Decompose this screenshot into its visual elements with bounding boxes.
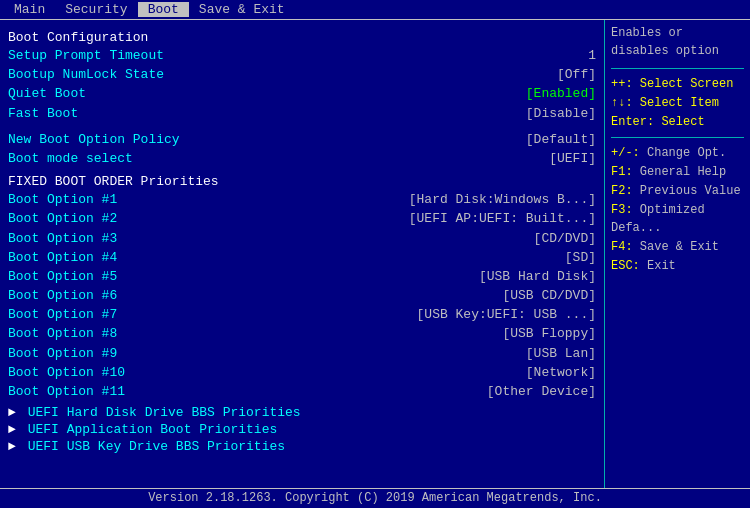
label-numlock: Bootup NumLock State	[8, 66, 228, 84]
label-new-boot-policy: New Boot Option Policy	[8, 131, 228, 149]
value-setup-prompt[interactable]: 1	[588, 47, 596, 65]
boot-option-row-10: Boot Option #10 [Network]	[8, 364, 596, 382]
boot-option-label-3: Boot Option #3	[8, 230, 228, 248]
boot-option-row-2: Boot Option #2 [UEFI AP:UEFI: Built...]	[8, 210, 596, 228]
boot-option-label-4: Boot Option #4	[8, 249, 228, 267]
left-panel: Boot Configuration Setup Prompt Timeout …	[0, 20, 605, 488]
label-setup-prompt: Setup Prompt Timeout	[8, 47, 228, 65]
select-item-key: ↑↓: Select Item	[611, 96, 719, 110]
boot-option-label-5: Boot Option #5	[8, 268, 228, 286]
boot-option-label-2: Boot Option #2	[8, 210, 228, 228]
priority-links-section: ► UEFI Hard Disk Drive BBS Priorities ► …	[8, 405, 596, 454]
key-desc-4: Save & Exit	[640, 240, 719, 254]
boot-option-value-10[interactable]: [Network]	[526, 364, 596, 382]
boot-option-row-7: Boot Option #7 [USB Key:UEFI: USB ...]	[8, 306, 596, 324]
bottom-text: Version 2.18.1263. Copyright (C) 2019 Am…	[148, 491, 602, 505]
boot-option-label-7: Boot Option #7	[8, 306, 228, 324]
row-new-boot-policy: New Boot Option Policy [Default]	[8, 131, 596, 149]
boot-option-row-9: Boot Option #9 [USB Lan]	[8, 345, 596, 363]
key-hints-list: +/-: Change Opt.F1: General HelpF2: Prev…	[611, 144, 744, 275]
boot-option-row-1: Boot Option #1 [Hard Disk:Windows B...]	[8, 191, 596, 209]
row-setup-prompt: Setup Prompt Timeout 1	[8, 47, 596, 65]
label-boot-mode: Boot mode select	[8, 150, 228, 168]
select-screen-hint: ++: Select Screen	[611, 75, 744, 93]
key-label-3: F3:	[611, 203, 633, 217]
key-label-2: F2:	[611, 184, 633, 198]
boot-option-label-11: Boot Option #11	[8, 383, 228, 401]
arrow-icon-hdd: ►	[8, 405, 16, 420]
boot-option-row-4: Boot Option #4 [SD]	[8, 249, 596, 267]
key-desc-2: Previous Value	[640, 184, 741, 198]
boot-config-title: Boot Configuration	[8, 30, 596, 45]
right-panel: Enables or disables option ++: Select Sc…	[605, 20, 750, 488]
arrow-icon-usb: ►	[8, 439, 16, 454]
help-text: Enables or disables option	[611, 24, 744, 60]
boot-option-row-6: Boot Option #6 [USB CD/DVD]	[8, 287, 596, 305]
select-item-hint: ↑↓: Select Item	[611, 94, 744, 112]
key-hint-0: +/-: Change Opt.	[611, 144, 744, 162]
key-label-4: F4:	[611, 240, 633, 254]
boot-option-row-8: Boot Option #8 [USB Floppy]	[8, 325, 596, 343]
select-screen-key: ++: Select Screen	[611, 77, 733, 91]
key-hint-4: F4: Save & Exit	[611, 238, 744, 256]
fixed-order-title: FIXED BOOT ORDER Priorities	[8, 174, 596, 189]
boot-option-value-1[interactable]: [Hard Disk:Windows B...]	[409, 191, 596, 209]
priority-link-hdd[interactable]: ► UEFI Hard Disk Drive BBS Priorities	[8, 405, 596, 420]
boot-option-row-5: Boot Option #5 [USB Hard Disk]	[8, 268, 596, 286]
help-divider-2	[611, 137, 744, 138]
boot-option-row-3: Boot Option #3 [CD/DVD]	[8, 230, 596, 248]
boot-options-list: Boot Option #1 [Hard Disk:Windows B...] …	[8, 191, 596, 401]
menu-security[interactable]: Security	[55, 2, 137, 17]
value-new-boot-policy[interactable]: [Default]	[526, 131, 596, 149]
boot-option-value-8[interactable]: [USB Floppy]	[502, 325, 596, 343]
key-desc-1: General Help	[640, 165, 726, 179]
boot-option-value-7[interactable]: [USB Key:UEFI: USB ...]	[417, 306, 596, 324]
boot-option-value-9[interactable]: [USB Lan]	[526, 345, 596, 363]
arrow-icon-app: ►	[8, 422, 16, 437]
boot-option-label-9: Boot Option #9	[8, 345, 228, 363]
boot-option-value-11[interactable]: [Other Device]	[487, 383, 596, 401]
row-quiet-boot: Quiet Boot [Enabled]	[8, 85, 596, 103]
enter-select-hint: Enter: Select	[611, 113, 744, 131]
key-hint-2: F2: Previous Value	[611, 182, 744, 200]
boot-option-label-1: Boot Option #1	[8, 191, 228, 209]
label-fast-boot: Fast Boot	[8, 105, 228, 123]
main-layout: Boot Configuration Setup Prompt Timeout …	[0, 20, 750, 488]
boot-option-label-6: Boot Option #6	[8, 287, 228, 305]
key-desc-5: Exit	[647, 259, 676, 273]
boot-option-value-4[interactable]: [SD]	[565, 249, 596, 267]
boot-option-value-5[interactable]: [USB Hard Disk]	[479, 268, 596, 286]
priority-link-app[interactable]: ► UEFI Application Boot Priorities	[8, 422, 596, 437]
boot-option-value-3[interactable]: [CD/DVD]	[534, 230, 596, 248]
value-quiet-boot[interactable]: [Enabled]	[526, 85, 596, 103]
menu-main[interactable]: Main	[4, 2, 55, 17]
boot-option-label-8: Boot Option #8	[8, 325, 228, 343]
enter-select-key: Enter: Select	[611, 115, 705, 129]
boot-option-row-11: Boot Option #11 [Other Device]	[8, 383, 596, 401]
label-quiet-boot: Quiet Boot	[8, 85, 228, 103]
key-label-0: +/-:	[611, 146, 640, 160]
row-numlock: Bootup NumLock State [Off]	[8, 66, 596, 84]
key-desc-0: Change Opt.	[647, 146, 726, 160]
row-boot-mode: Boot mode select [UEFI]	[8, 150, 596, 168]
boot-option-value-6[interactable]: [USB CD/DVD]	[502, 287, 596, 305]
key-hint-1: F1: General Help	[611, 163, 744, 181]
value-fast-boot[interactable]: [Disable]	[526, 105, 596, 123]
boot-option-label-10: Boot Option #10	[8, 364, 228, 382]
key-hint-5: ESC: Exit	[611, 257, 744, 275]
row-fast-boot: Fast Boot [Disable]	[8, 105, 596, 123]
key-hint-3: F3: Optimized Defa...	[611, 201, 744, 237]
menu-boot[interactable]: Boot	[138, 2, 189, 17]
value-numlock[interactable]: [Off]	[557, 66, 596, 84]
priority-link-usb[interactable]: ► UEFI USB Key Drive BBS Priorities	[8, 439, 596, 454]
help-divider-1	[611, 68, 744, 69]
key-label-5: ESC:	[611, 259, 640, 273]
menu-save-exit[interactable]: Save & Exit	[189, 2, 295, 17]
value-boot-mode[interactable]: [UEFI]	[549, 150, 596, 168]
key-label-1: F1:	[611, 165, 633, 179]
bottom-bar: Version 2.18.1263. Copyright (C) 2019 Am…	[0, 488, 750, 508]
boot-option-value-2[interactable]: [UEFI AP:UEFI: Built...]	[409, 210, 596, 228]
